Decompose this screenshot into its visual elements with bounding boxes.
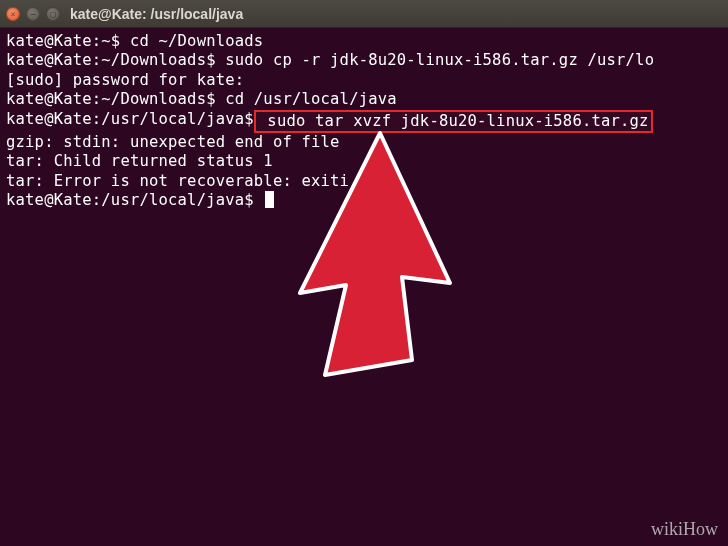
watermark: wikiHow <box>651 519 718 540</box>
terminal-line: [sudo] password for kate: <box>6 71 722 90</box>
terminal-line: tar: Error is not recoverable: exiti <box>6 172 722 191</box>
maximize-button[interactable]: ▢ <box>46 7 60 21</box>
output: tar: Error is not recoverable: exiti <box>6 172 349 191</box>
watermark-text: wikiHow <box>651 519 718 539</box>
titlebar: × − ▢ kate@Kate: /usr/local/java <box>0 0 728 28</box>
command: sudo tar xvzf jdk-8u20-linux-i586.tar.gz <box>258 112 649 130</box>
command: sudo cp -r jdk-8u20-linux-i586.tar.gz /u… <box>216 51 654 70</box>
prompt: kate@Kate:~$ <box>6 32 120 51</box>
terminal-area[interactable]: kate@Kate:~$ cd ~/Downloads kate@Kate:~/… <box>0 28 728 214</box>
cursor-pos <box>254 191 264 210</box>
cursor-icon <box>265 191 274 208</box>
terminal-line: kate@Kate:/usr/local/java$ <box>6 191 722 210</box>
terminal-line: kate@Kate:~/Downloads$ sudo cp -r jdk-8u… <box>6 51 722 70</box>
output: gzip: stdin: unexpected end of file <box>6 133 340 152</box>
command: cd /usr/local/java <box>216 90 397 109</box>
close-button[interactable]: × <box>6 7 20 21</box>
prompt: kate@Kate:/usr/local/java$ <box>6 110 254 133</box>
terminal-line: kate@Kate:~/Downloads$ cd /usr/local/jav… <box>6 90 722 109</box>
minimize-button[interactable]: − <box>26 7 40 21</box>
terminal-line: tar: Child returned status 1 <box>6 152 722 171</box>
terminal-line: gzip: stdin: unexpected end of file <box>6 133 722 152</box>
window-buttons: × − ▢ <box>6 7 60 21</box>
prompt: kate@Kate:/usr/local/java$ <box>6 191 254 210</box>
highlighted-command: sudo tar xvzf jdk-8u20-linux-i586.tar.gz <box>254 110 653 133</box>
prompt: kate@Kate:~/Downloads$ <box>6 51 216 70</box>
output: [sudo] password for kate: <box>6 71 244 90</box>
output: tar: Child returned status 1 <box>6 152 273 171</box>
terminal-line: kate@Kate:/usr/local/java$ sudo tar xvzf… <box>6 110 722 133</box>
prompt: kate@Kate:~/Downloads$ <box>6 90 216 109</box>
command: cd ~/Downloads <box>120 32 263 51</box>
terminal-line: kate@Kate:~$ cd ~/Downloads <box>6 32 722 51</box>
window-title: kate@Kate: /usr/local/java <box>70 6 243 22</box>
